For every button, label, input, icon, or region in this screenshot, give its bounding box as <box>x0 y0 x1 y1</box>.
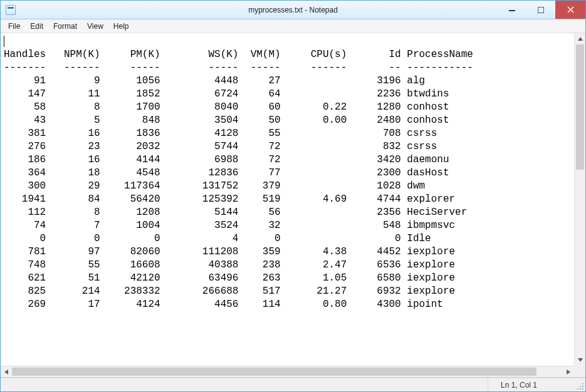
vertical-scrollbar[interactable] <box>574 33 585 366</box>
titlebar[interactable]: myprocesses.txt - Notepad <box>1 1 585 19</box>
menu-help[interactable]: Help <box>108 21 134 32</box>
svg-point-5 <box>577 388 578 389</box>
menu-file[interactable]: File <box>3 21 25 32</box>
menu-edit[interactable]: Edit <box>25 21 48 32</box>
svg-rect-1 <box>538 7 544 13</box>
minimize-button[interactable] <box>498 1 526 19</box>
text-area[interactable]: Handles NPM(K) PM(K) WS(K) VM(M) CPU(s) … <box>1 34 574 366</box>
svg-point-4 <box>582 386 583 387</box>
svg-rect-0 <box>509 10 515 11</box>
text-caret <box>4 36 4 47</box>
svg-point-2 <box>582 383 583 384</box>
statusbar: Ln 1, Col 1 <box>1 378 585 391</box>
menubar: File Edit Format View Help <box>1 19 585 33</box>
horizontal-scroll-thumb[interactable] <box>12 368 536 376</box>
menu-format[interactable]: Format <box>48 21 82 32</box>
scroll-corner <box>574 366 585 377</box>
status-position: Ln 1, Col 1 <box>488 378 575 391</box>
scroll-down-button[interactable] <box>575 354 585 366</box>
svg-point-6 <box>580 388 581 389</box>
maximize-button[interactable] <box>526 1 555 19</box>
horizontal-scrollbar[interactable] <box>1 366 574 377</box>
scroll-up-button[interactable] <box>575 33 585 44</box>
resize-grip-icon[interactable] <box>577 383 584 390</box>
svg-point-3 <box>580 386 581 387</box>
window-title: myprocesses.txt - Notepad <box>248 6 338 14</box>
vertical-scroll-thumb[interactable] <box>576 44 584 170</box>
text-content: Handles NPM(K) PM(K) WS(K) VM(M) CPU(s) … <box>4 35 572 311</box>
window-buttons <box>498 1 585 19</box>
menu-view[interactable]: View <box>82 21 108 32</box>
svg-point-7 <box>582 388 583 389</box>
scroll-left-button[interactable] <box>1 366 12 377</box>
scroll-right-button[interactable] <box>563 366 574 377</box>
close-button[interactable] <box>555 1 585 19</box>
editor-area: Handles NPM(K) PM(K) WS(K) VM(M) CPU(s) … <box>1 33 585 378</box>
app-icon <box>6 5 16 15</box>
